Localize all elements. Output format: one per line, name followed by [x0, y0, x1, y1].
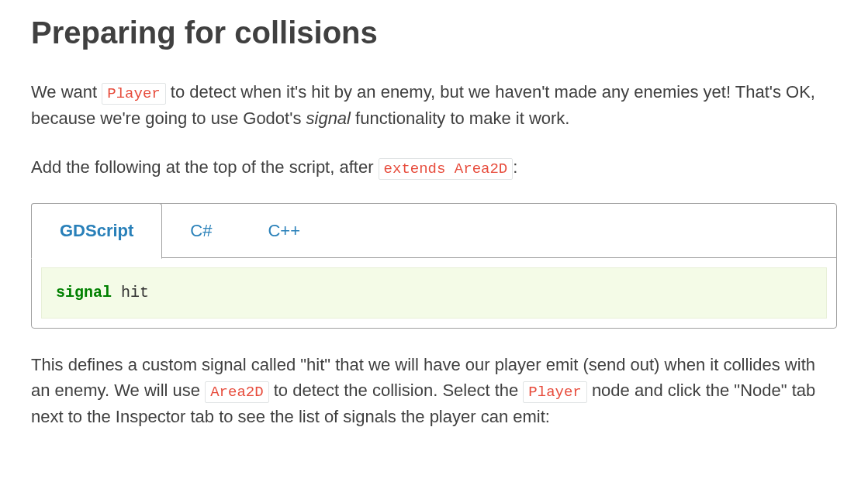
- inline-code-player2: Player: [523, 381, 586, 403]
- text: We want: [31, 82, 102, 102]
- tab-cpp[interactable]: C++: [240, 204, 328, 258]
- text: functionality to make it work.: [351, 108, 569, 128]
- text: to detect the collision. Select the: [269, 381, 524, 400]
- text: Add the following at the top of the scri…: [31, 157, 379, 177]
- paragraph-2: Add the following at the top of the scri…: [31, 154, 837, 181]
- inline-code-area2d: Area2D: [205, 381, 268, 403]
- paragraph-3: This defines a custom signal called "hit…: [31, 352, 837, 429]
- inline-code-player: Player: [102, 83, 165, 105]
- tab-row: GDScript C# C++: [32, 204, 836, 258]
- inline-code-extends: extends Area2D: [379, 158, 514, 180]
- code-block: signal hit: [41, 267, 827, 319]
- code-identifier: hit: [112, 284, 149, 301]
- tab-gdscript[interactable]: GDScript: [31, 203, 162, 259]
- tab-csharp[interactable]: C#: [162, 204, 240, 258]
- code-keyword: signal: [56, 284, 112, 301]
- tab-filler: [328, 204, 836, 258]
- italic-signal: signal: [306, 108, 351, 128]
- paragraph-1: We want Player to detect when it's hit b…: [31, 79, 837, 131]
- section-heading: Preparing for collisions: [31, 9, 837, 56]
- code-tabs-container: GDScript C# C++ signal hit: [31, 203, 837, 329]
- text: :: [513, 157, 517, 177]
